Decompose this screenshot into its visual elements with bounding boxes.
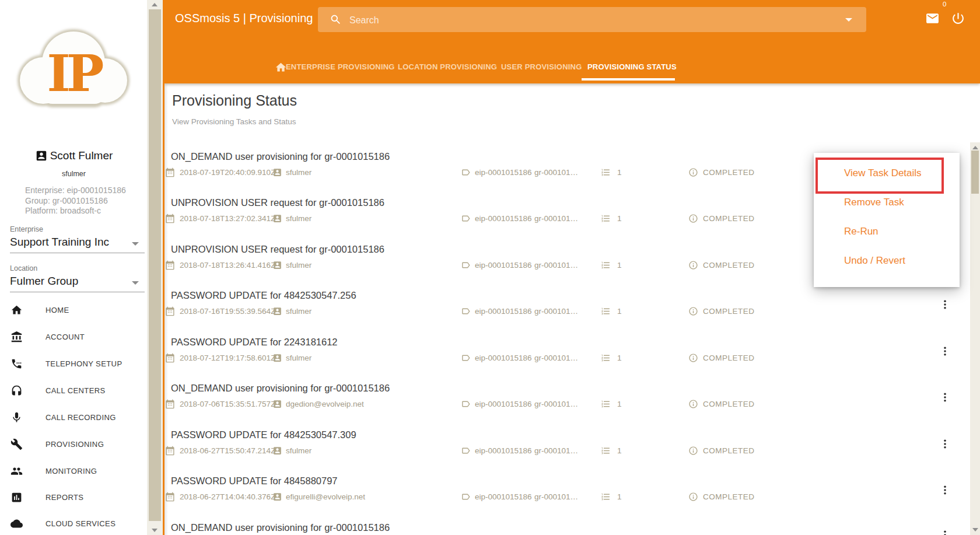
- sidebar-item-home[interactable]: HOME: [0, 303, 148, 318]
- select-underline: [10, 292, 145, 292]
- task-menu-button[interactable]: [939, 529, 951, 535]
- tab-user-provisioning[interactable]: USER PROVISIONING: [501, 62, 582, 71]
- task-row: PASSWORD UPDATE for 4842530547.309 2018-…: [164, 429, 958, 463]
- sidebar-item-call-recording[interactable]: CALL RECORDING: [0, 410, 148, 425]
- task-count: 1: [617, 400, 622, 408]
- task-group: gr-000101…: [534, 446, 578, 455]
- task-row: PASSWORD UPDATE for 4845880797 2018-06-2…: [164, 475, 958, 509]
- sidebar-scrollbar[interactable]: [147, 0, 163, 535]
- task-user: sfulmer: [286, 354, 312, 362]
- numbered-list-icon: [601, 260, 611, 270]
- task-enterprise: eip-0001015186: [475, 492, 532, 501]
- task-enterprise: eip-0001015186: [475, 354, 532, 362]
- task-timestamp: 2018-06-27T14:04:40.376Z: [180, 492, 275, 501]
- task-row: ON_DEMAND user provisioning for gr-00010…: [164, 383, 958, 417]
- status-badge: COMPLETED: [703, 307, 755, 316]
- task-title: PASSWORD UPDATE for 4842530547.256: [171, 290, 356, 301]
- task-count: 1: [617, 261, 622, 270]
- sidebar-item-reports[interactable]: REPORTS: [0, 490, 148, 505]
- user-login: sfulmer: [0, 170, 148, 178]
- menu-item-view-task-details[interactable]: View Task Details: [814, 159, 960, 188]
- task-meta: 2018-07-12T19:17:58.601Z sfulmer eip-000…: [164, 352, 958, 364]
- numbered-list-icon: [601, 306, 611, 316]
- task-title: ON_DEMAND user provisioning for gr-00010…: [171, 151, 390, 162]
- app-header: OSSmosis 5 | Provisioning 0 ENTERPRISE P…: [164, 0, 980, 83]
- user-icon: [272, 260, 282, 270]
- sidebar-item-cloud-services[interactable]: CLOUD SERVICES: [0, 516, 148, 531]
- info-icon: [688, 260, 698, 270]
- bar-chart-icon: [10, 491, 23, 503]
- user-icon: [272, 167, 282, 177]
- task-enterprise: eip-0001015186: [475, 307, 532, 316]
- scrollbar-thumb[interactable]: [149, 9, 161, 521]
- page-subtitle: View Provisioning Tasks and Status: [172, 117, 296, 126]
- sidebar-item-label: REPORTS: [46, 493, 83, 502]
- task-meta: 2018-07-06T15:35:51.757Z dgedion@evolvei…: [164, 398, 958, 410]
- enterprise-select-label: Enterprise: [10, 225, 145, 233]
- status-badge: COMPLETED: [703, 261, 755, 270]
- label-icon: [461, 306, 471, 316]
- task-title: ON_DEMAND user provisioning for gr-00010…: [171, 522, 390, 533]
- tab-enterprise-provisioning[interactable]: ENTERPRISE PROVISIONING: [286, 62, 395, 71]
- menu-item-re-run[interactable]: Re-Run: [814, 217, 960, 246]
- task-menu-button[interactable]: [939, 391, 951, 404]
- menu-item-remove-task[interactable]: Remove Task: [814, 188, 960, 217]
- task-user: efigurelli@evolveip.net: [286, 492, 365, 501]
- user-icon: [272, 446, 282, 456]
- calendar-icon: [165, 492, 175, 502]
- page-title: Provisioning Status: [172, 92, 297, 109]
- tab-location-provisioning[interactable]: LOCATION PROVISIONING: [398, 62, 497, 71]
- task-group: gr-000101…: [534, 168, 578, 177]
- task-user: sfulmer: [286, 214, 312, 223]
- chevron-down-icon: [132, 281, 139, 285]
- status-badge: COMPLETED: [703, 354, 755, 362]
- scroll-down-arrow[interactable]: [972, 528, 978, 531]
- home-icon: [10, 304, 23, 316]
- kebab-icon: [939, 484, 951, 496]
- user-icon: [272, 214, 282, 223]
- sidebar-item-provisioning[interactable]: PROVISIONING: [0, 437, 148, 452]
- task-menu-button[interactable]: [939, 345, 951, 358]
- scroll-up-arrow[interactable]: [972, 146, 978, 149]
- user-context-info: Enterprise: eip-0001015186 Group: gr-000…: [25, 186, 126, 216]
- numbered-list-icon: [601, 214, 611, 223]
- tab-provisioning-status[interactable]: PROVISIONING STATUS: [587, 62, 677, 71]
- task-menu-button[interactable]: [939, 298, 951, 311]
- calendar-icon: [165, 214, 175, 223]
- task-count: 1: [617, 354, 622, 362]
- task-timestamp: 2018-06-27T15:50:47.214Z: [180, 446, 275, 455]
- calendar-icon: [165, 306, 175, 316]
- task-enterprise: eip-0001015186: [475, 214, 532, 223]
- sidebar-item-monitoring[interactable]: MONITORING: [0, 464, 148, 479]
- task-group: gr-000101…: [534, 354, 578, 362]
- task-group: gr-000101…: [534, 261, 578, 270]
- bank-icon: [10, 331, 23, 343]
- task-title: PASSWORD UPDATE for 4842530547.309: [171, 429, 356, 440]
- sidebar: IP Scott Fulmer sfulmer Enterprise: eip-…: [0, 0, 148, 535]
- label-icon: [461, 399, 471, 409]
- tab-home[interactable]: [275, 61, 287, 74]
- task-meta: 2018-06-27T15:50:47.214Z sfulmer eip-000…: [164, 445, 958, 457]
- enterprise-select[interactable]: Enterprise Support Training Inc: [10, 225, 145, 253]
- menu-item-undo-revert[interactable]: Undo / Revert: [814, 246, 960, 275]
- content-scrollbar[interactable]: [970, 142, 980, 535]
- info-icon: [688, 446, 698, 456]
- task-title: ON_DEMAND user provisioning for gr-00010…: [171, 383, 390, 394]
- numbered-list-icon: [601, 446, 611, 456]
- kebab-icon: [939, 438, 951, 450]
- scrollbar-thumb[interactable]: [971, 151, 979, 194]
- numbered-list-icon: [601, 353, 611, 363]
- sidebar-item-telephony-setup[interactable]: TELEPHONY SETUP: [0, 356, 148, 372]
- microphone-icon: [10, 411, 23, 424]
- sidebar-item-account[interactable]: ACCOUNT: [0, 330, 148, 345]
- company-logo: IP: [7, 15, 140, 125]
- scroll-up-arrow[interactable]: [152, 3, 158, 6]
- location-select[interactable]: Location Fulmer Group: [10, 264, 145, 292]
- calendar-icon: [165, 446, 175, 456]
- numbered-list-icon: [601, 167, 611, 177]
- tab-bar: ENTERPRISE PROVISIONING LOCATION PROVISI…: [164, 0, 980, 83]
- task-menu-button[interactable]: [939, 484, 951, 496]
- task-menu-button[interactable]: [939, 438, 951, 450]
- scroll-down-arrow[interactable]: [152, 529, 158, 532]
- sidebar-item-call-centers[interactable]: CALL CENTERS: [0, 383, 148, 398]
